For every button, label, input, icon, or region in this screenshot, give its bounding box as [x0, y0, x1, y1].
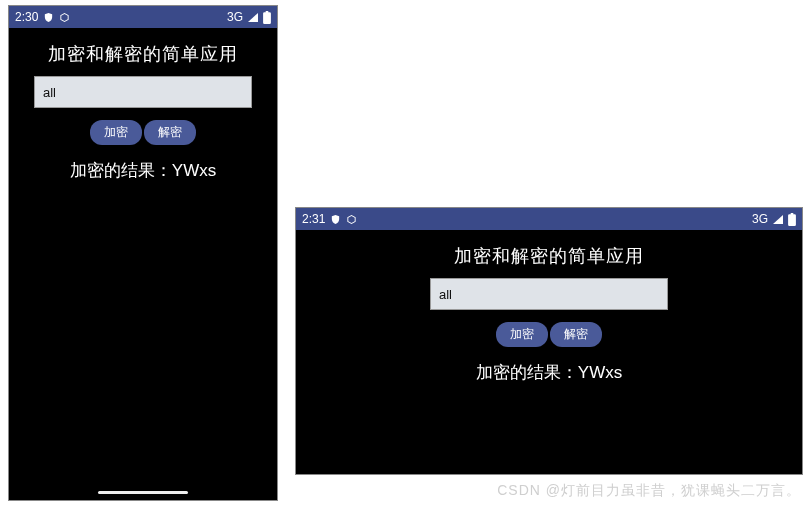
text-input[interactable]: all	[430, 278, 668, 310]
status-network: 3G	[752, 212, 768, 226]
signal-icon	[772, 214, 784, 224]
battery-icon	[788, 213, 796, 226]
status-network: 3G	[227, 10, 243, 24]
watermark-text: CSDN @灯前目力虽非昔，犹课蝇头二万言。	[497, 482, 801, 500]
button-row: 加密 解密	[496, 322, 602, 347]
text-input[interactable]: all	[34, 76, 252, 108]
app-content: 加密和解密的简单应用 all 加密 解密 加密的结果：YWxs	[9, 28, 277, 182]
app-content: 加密和解密的简单应用 all 加密 解密 加密的结果：YWxs	[296, 230, 802, 384]
input-value: all	[43, 85, 56, 100]
status-bar: 2:30 3G	[9, 6, 277, 28]
encrypt-button[interactable]: 加密	[496, 322, 548, 347]
home-indicator[interactable]	[98, 491, 188, 494]
cube-icon	[59, 12, 70, 23]
status-time: 2:30	[15, 10, 38, 24]
button-row: 加密 解密	[90, 120, 196, 145]
encrypt-button[interactable]: 加密	[90, 120, 142, 145]
app-title: 加密和解密的简单应用	[48, 42, 238, 66]
status-left: 2:30	[15, 10, 70, 24]
status-right: 3G	[752, 212, 796, 226]
decrypt-button[interactable]: 解密	[144, 120, 196, 145]
phone-portrait: 2:30 3G 加密和解密的简单应用 all 加密 解密 加密的结果：YWxs	[8, 5, 278, 501]
app-title: 加密和解密的简单应用	[454, 244, 644, 268]
status-right: 3G	[227, 10, 271, 24]
input-value: all	[439, 287, 452, 302]
shield-icon	[330, 214, 341, 225]
decrypt-button[interactable]: 解密	[550, 322, 602, 347]
status-time: 2:31	[302, 212, 325, 226]
shield-icon	[43, 12, 54, 23]
signal-icon	[247, 12, 259, 22]
status-bar: 2:31 3G	[296, 208, 802, 230]
status-left: 2:31	[302, 212, 357, 226]
phone-landscape: 2:31 3G 加密和解密的简单应用 all 加密 解密 加密的结果：YWxs	[295, 207, 803, 475]
battery-icon	[263, 11, 271, 24]
cube-icon	[346, 214, 357, 225]
result-text: 加密的结果：YWxs	[476, 361, 622, 384]
result-text: 加密的结果：YWxs	[70, 159, 216, 182]
